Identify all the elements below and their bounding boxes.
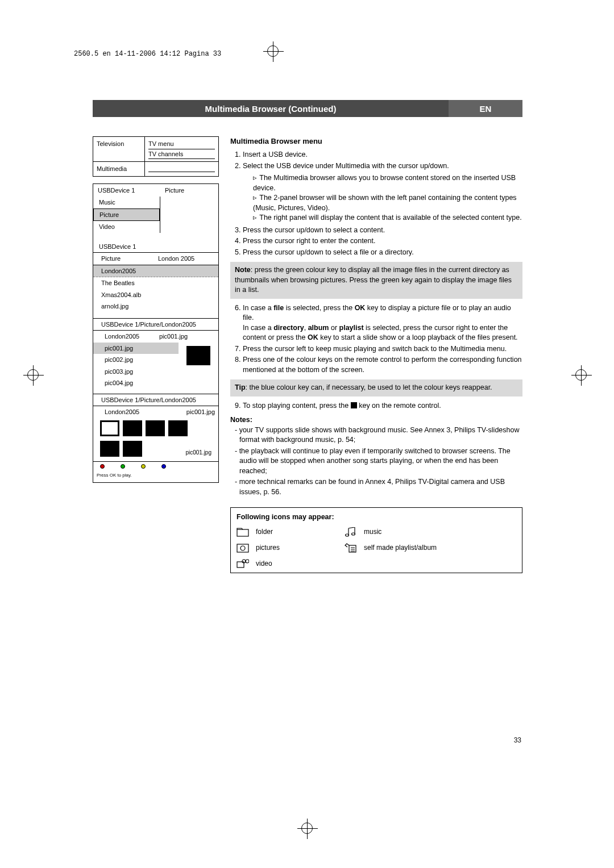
thumbnail xyxy=(123,441,142,457)
notes-list: - your TV supports slide shows with back… xyxy=(230,425,522,498)
triangle-icon: ▹ xyxy=(253,173,258,183)
triangle-icon: ▹ xyxy=(253,193,258,203)
crumb-right: pic001.jpg xyxy=(156,331,218,343)
stop-key-icon xyxy=(351,402,357,408)
register-mark-right xyxy=(575,369,587,381)
multimedia-label: Multimedia xyxy=(93,162,144,176)
pictures-icon xyxy=(237,544,249,553)
tv-channels-item: TV channels xyxy=(148,149,215,160)
steps-list-cont2: To stop playing content, press the key o… xyxy=(230,401,522,411)
language-badge: EN xyxy=(449,100,522,117)
breadcrumb: USBDevice 1/Picture/London2005 xyxy=(93,394,218,407)
crumb-left: London2005 xyxy=(93,406,167,418)
usb-device-panel: USBDevice 1 Picture Music Picture Video … xyxy=(93,183,219,483)
register-mark-left xyxy=(27,369,39,381)
yellow-dot xyxy=(141,464,146,469)
music-icon-cell: music xyxy=(345,527,516,537)
icons-legend-title: Following icons may appear: xyxy=(237,512,516,523)
music-icon xyxy=(345,527,357,537)
usb-subtitle: USBDevice 1 xyxy=(93,241,218,253)
pictures-icon-cell: pictures xyxy=(237,543,339,553)
svg-point-4 xyxy=(240,546,245,550)
list-item-selected: Picture xyxy=(93,208,160,222)
step: Press one of the colour keys on the remo… xyxy=(243,355,522,375)
notes-header: Notes: xyxy=(230,415,522,425)
video-icon-cell: video xyxy=(237,559,339,569)
print-header: 2560.5 en 14-11-2006 14:12 Pagina 33 xyxy=(74,50,221,58)
list-item: Xmas2004.alb xyxy=(93,289,218,301)
register-mark-top xyxy=(267,45,279,57)
sub-right: London 2005 xyxy=(155,253,218,265)
color-key-dots xyxy=(93,462,218,471)
step: Press the cursor up/down to select a con… xyxy=(243,226,522,236)
triangle-icon: ▹ xyxy=(253,213,258,223)
thumbnail xyxy=(146,420,165,436)
svg-rect-3 xyxy=(237,544,248,552)
step: Press the cursor right to enter the cont… xyxy=(243,236,522,247)
substep: ▹ The Multimedia browser allows you to b… xyxy=(253,173,522,193)
list-item: Video xyxy=(93,221,160,233)
blue-dot xyxy=(161,464,166,469)
page-number: 33 xyxy=(514,736,521,744)
register-mark-bottom xyxy=(301,823,313,834)
crumb-left: London2005 xyxy=(93,331,156,343)
step: In case a file is selected, press the OK… xyxy=(243,303,522,343)
note-item: - the playback will continue to play eve… xyxy=(235,446,522,477)
video-icon xyxy=(237,559,249,568)
thumb-hint: pic001.jpg xyxy=(146,448,211,457)
thumbnail xyxy=(168,420,188,436)
svg-rect-0 xyxy=(237,529,248,536)
page-title: Multimedia Browser (Continued) xyxy=(93,100,449,117)
usb-title: USBDevice 1 xyxy=(93,184,160,197)
thumbnail xyxy=(123,420,142,436)
thumbnail-preview xyxy=(186,346,210,365)
step: Press the cursor up/down to select a fil… xyxy=(243,248,522,258)
list-item: The Beatles xyxy=(93,277,218,289)
panel-right-group: TV menu TV channels xyxy=(144,137,218,161)
title-bar: Multimedia Browser (Continued) EN xyxy=(93,100,522,117)
usb-rtitle: Picture xyxy=(160,184,218,197)
substep: ▹ The 2-panel browser will be shown with… xyxy=(253,193,522,213)
step: Press the cursor left to keep music play… xyxy=(243,344,522,354)
green-dot xyxy=(121,464,125,469)
note-item: - more technical remarks can be found in… xyxy=(235,477,522,497)
list-item: arnold.jpg xyxy=(93,301,218,312)
tv-menu-item: TV menu xyxy=(148,139,215,149)
steps-list-cont: In case a file is selected, press the OK… xyxy=(230,303,522,375)
step: Select the USB device under Multimedia w… xyxy=(243,161,522,223)
steps-list: Insert a USB device. Select the USB devi… xyxy=(230,150,522,257)
empty-slot xyxy=(148,164,215,172)
crumb-right: pic001.jpg xyxy=(167,406,218,418)
list-item: pic003.jpg xyxy=(93,366,179,378)
press-ok-hint: Press OK to play. xyxy=(93,471,218,480)
thumbnail-row xyxy=(93,418,218,439)
note-item: - your TV supports slide shows with back… xyxy=(235,425,522,445)
note-box: Note: press the green colour key to disp… xyxy=(230,262,522,299)
thumbnail-selected xyxy=(100,420,119,436)
list-item: pic002.jpg xyxy=(93,354,179,366)
svg-point-11 xyxy=(246,560,249,563)
breadcrumb: USBDevice 1/Picture/London2005 xyxy=(93,318,218,331)
step: Insert a USB device. xyxy=(243,150,522,160)
thumbnail xyxy=(100,441,119,457)
right-column: Multimedia Browser menu Insert a USB dev… xyxy=(230,136,522,573)
playlist-icon-cell: self made playlist/album xyxy=(345,543,516,553)
icons-legend-box: Following icons may appear: folder music… xyxy=(230,507,522,573)
thumbnail-row: pic001.jpg xyxy=(93,439,218,459)
folder-icon-cell: folder xyxy=(237,527,339,537)
panel-left-label: Television xyxy=(93,137,144,161)
tv-menu-panel: Television TV menu TV channels Multimedi… xyxy=(93,136,219,177)
substep: ▹ The right panel will display the conte… xyxy=(253,213,522,223)
list-item: Music xyxy=(93,197,160,208)
sub-left: Picture xyxy=(93,253,155,265)
tip-box: Tip: the blue colour key can, if necessa… xyxy=(230,379,522,397)
playlist-icon xyxy=(345,543,357,553)
red-dot xyxy=(100,464,105,469)
list-item-selected: London2005 xyxy=(93,265,218,278)
list-item-selected: pic001.jpg xyxy=(93,343,179,354)
folder-icon xyxy=(237,528,249,537)
left-column: Television TV menu TV channels Multimedi… xyxy=(93,136,219,490)
list-item: pic004.jpg xyxy=(93,377,179,389)
section-title: Multimedia Browser menu xyxy=(230,136,522,147)
step: To stop playing content, press the key o… xyxy=(243,401,522,411)
